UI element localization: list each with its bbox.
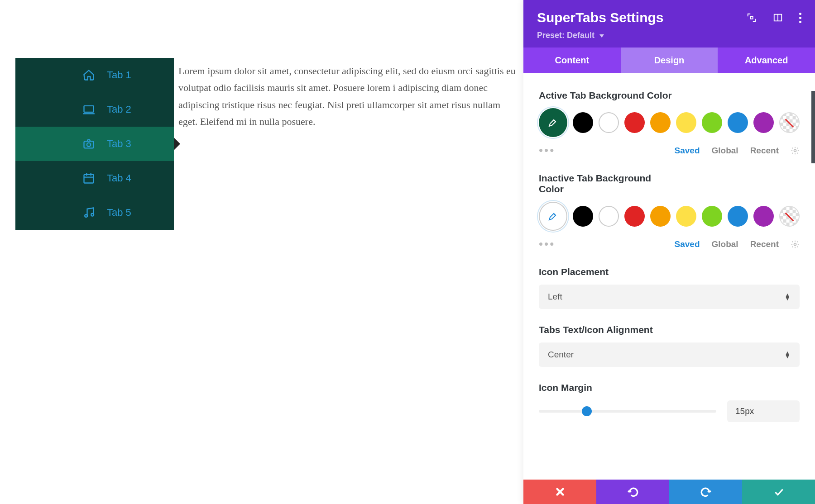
gear-icon[interactable] xyxy=(791,146,800,155)
swatch-blue[interactable] xyxy=(728,112,748,133)
swatch-black[interactable] xyxy=(573,206,593,227)
swatch-red[interactable] xyxy=(624,112,645,133)
undo-icon xyxy=(627,486,639,498)
camera-icon xyxy=(82,138,95,150)
svg-point-2 xyxy=(87,143,91,147)
tab-label: Tab 3 xyxy=(107,138,131,150)
tab-5[interactable]: Tab 5 xyxy=(15,195,174,230)
svg-rect-0 xyxy=(84,106,94,112)
swatch-blue[interactable] xyxy=(728,206,748,227)
swatch-purple[interactable] xyxy=(753,206,774,227)
preset-selector[interactable]: Preset: Default xyxy=(537,31,604,40)
tab-3[interactable]: Tab 3 xyxy=(15,127,174,161)
panel-tab-advanced[interactable]: Advanced xyxy=(718,48,815,73)
panel-body[interactable]: Active Tab Background Color ••• Saved Gl… xyxy=(523,73,815,480)
swatch-tab-recent[interactable]: Recent xyxy=(750,146,779,156)
columns-icon[interactable] xyxy=(773,13,783,23)
swatch-orange[interactable] xyxy=(650,206,671,227)
swatch-tab-recent[interactable]: Recent xyxy=(750,239,779,249)
swatch-yellow[interactable] xyxy=(676,112,696,133)
svg-rect-3 xyxy=(84,175,94,183)
swatch-green[interactable] xyxy=(702,206,722,227)
svg-point-4 xyxy=(85,214,87,217)
tab-content-text: Lorem ipsum dolor sit amet, consectetur … xyxy=(174,62,518,230)
preset-label: Preset: Default xyxy=(537,31,594,40)
swatch-transparent[interactable] xyxy=(779,112,800,133)
svg-point-9 xyxy=(794,243,796,245)
eyedropper-icon xyxy=(547,211,558,222)
tab-label: Tab 5 xyxy=(107,207,131,219)
tab-label: Tab 4 xyxy=(107,172,131,184)
svg-rect-1 xyxy=(84,141,94,148)
swatch-tab-global[interactable]: Global xyxy=(712,239,738,249)
label-inactive-bg: Inactive Tab Background Color xyxy=(539,173,675,195)
more-swatches-icon[interactable]: ••• xyxy=(539,237,555,251)
swatch-white[interactable] xyxy=(599,112,619,133)
slider-knob[interactable] xyxy=(582,406,592,416)
swatch-orange[interactable] xyxy=(650,112,671,133)
eyedropper-icon xyxy=(547,117,558,128)
tabs-preview: Tab 1 Tab 2 Tab 3 Tab 4 Tab 5 Lorem ipsu… xyxy=(15,58,518,230)
svg-point-8 xyxy=(794,149,796,152)
check-icon xyxy=(773,486,785,498)
swatch-tab-saved[interactable]: Saved xyxy=(675,146,700,156)
swatch-actions: ••• Saved Global Recent xyxy=(539,237,800,251)
swatches-inactive-bg xyxy=(539,202,800,231)
select-icon-placement[interactable]: Left ▲▼ xyxy=(539,285,800,309)
more-menu-icon[interactable] xyxy=(799,13,801,23)
panel-tab-content[interactable]: Content xyxy=(523,48,621,73)
updown-icon: ▲▼ xyxy=(784,294,791,300)
label-active-bg: Active Tab Background Color xyxy=(539,90,800,101)
panel-title: SuperTabs Settings xyxy=(537,10,664,25)
close-icon xyxy=(554,486,566,498)
svg-point-5 xyxy=(91,214,94,216)
icon-margin-slider[interactable] xyxy=(539,410,716,413)
tab-label: Tab 2 xyxy=(107,104,131,115)
chevron-down-icon xyxy=(599,34,604,38)
swatch-yellow[interactable] xyxy=(676,206,696,227)
label-text-align: Tabs Text/Icon Alignment xyxy=(539,324,800,335)
panel-header: SuperTabs Settings Preset: Default Conte… xyxy=(523,0,815,73)
swatch-tab-global[interactable]: Global xyxy=(712,146,738,156)
swatch-transparent[interactable] xyxy=(779,206,800,227)
select-value: Center xyxy=(548,350,574,360)
label-icon-margin: Icon Margin xyxy=(539,382,800,393)
home-icon xyxy=(82,69,95,81)
select-value: Left xyxy=(548,292,562,302)
swatch-tab-saved[interactable]: Saved xyxy=(675,239,700,249)
vertical-tabs: Tab 1 Tab 2 Tab 3 Tab 4 Tab 5 xyxy=(15,58,174,230)
undo-button[interactable] xyxy=(596,480,669,504)
swatches-active-bg xyxy=(539,108,800,137)
confirm-button[interactable] xyxy=(742,480,815,504)
tab-1[interactable]: Tab 1 xyxy=(15,58,174,92)
settings-panel: SuperTabs Settings Preset: Default Conte… xyxy=(523,0,815,504)
laptop-icon xyxy=(82,103,95,116)
music-icon xyxy=(82,206,95,219)
redo-icon xyxy=(700,486,712,498)
calendar-icon xyxy=(82,172,95,185)
expand-icon[interactable] xyxy=(747,13,757,23)
cancel-button[interactable] xyxy=(523,480,596,504)
swatch-black[interactable] xyxy=(573,112,593,133)
swatch-current-active[interactable] xyxy=(539,108,567,137)
swatch-actions: ••• Saved Global Recent xyxy=(539,143,800,157)
swatch-red[interactable] xyxy=(624,206,645,227)
tab-label: Tab 1 xyxy=(107,69,131,81)
label-icon-placement: Icon Placement xyxy=(539,266,800,277)
redo-button[interactable] xyxy=(669,480,742,504)
updown-icon: ▲▼ xyxy=(784,352,791,357)
swatch-purple[interactable] xyxy=(753,112,774,133)
panel-tab-design[interactable]: Design xyxy=(621,48,718,73)
swatch-white[interactable] xyxy=(599,206,619,227)
gear-icon[interactable] xyxy=(791,240,800,249)
footer-actions xyxy=(523,480,815,504)
more-swatches-icon[interactable]: ••• xyxy=(539,143,555,157)
select-text-align[interactable]: Center ▲▼ xyxy=(539,342,800,367)
swatch-green[interactable] xyxy=(702,112,722,133)
tab-2[interactable]: Tab 2 xyxy=(15,92,174,127)
tab-4[interactable]: Tab 4 xyxy=(15,161,174,195)
scrollbar-thumb[interactable] xyxy=(811,91,815,163)
icon-margin-value[interactable]: 15px xyxy=(727,400,800,422)
svg-rect-6 xyxy=(750,16,753,19)
swatch-current-inactive[interactable] xyxy=(539,202,567,231)
